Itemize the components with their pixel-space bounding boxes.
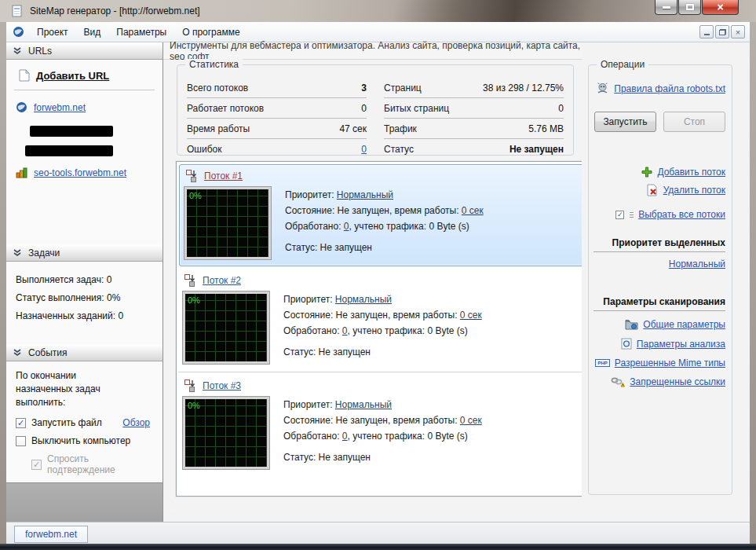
app-window: SiteMap генератор - [http://forwebm.net]… bbox=[0, 0, 756, 550]
general-params-row[interactable]: Общие параметры bbox=[593, 319, 725, 330]
start-button[interactable]: Запустить bbox=[594, 112, 656, 132]
add-thread-row[interactable]: Добавить поток bbox=[593, 167, 725, 178]
left-sidebar: URLs Добавить URL forwebm.net bbox=[6, 42, 163, 522]
worktime-link[interactable]: 0 сек bbox=[460, 310, 482, 321]
robots-rules-link[interactable]: Правила файла robots.txt bbox=[614, 83, 725, 94]
thread-item-3[interactable]: Поток #3 0% Приоритет: Нормальный Состоя… bbox=[177, 374, 586, 475]
processed-link[interactable]: 0 bbox=[342, 431, 348, 442]
thread-title-link[interactable]: Поток #2 bbox=[203, 275, 241, 286]
mdi-minimize-icon bbox=[704, 34, 710, 35]
remove-thread-link[interactable]: Удалить поток bbox=[663, 185, 725, 196]
stat-label: Время работы bbox=[187, 123, 250, 134]
mdi-restore-icon bbox=[719, 29, 726, 35]
chain-warning-icon bbox=[611, 376, 625, 387]
mdi-controls: × bbox=[699, 25, 745, 38]
errors-count-link[interactable]: 0 bbox=[361, 144, 367, 155]
menu-view[interactable]: Вид bbox=[76, 24, 109, 41]
select-all-checkbox-icon: ✓ bbox=[615, 211, 624, 219]
priority-label: Приоритет: bbox=[283, 294, 335, 305]
stat-label: Ошибок bbox=[187, 144, 221, 155]
priority-label: Приоритет: bbox=[283, 399, 335, 410]
analysis-params-link[interactable]: Параметры анализа bbox=[637, 339, 725, 350]
urls-body: Добавить URL forwebm.net seo-tools.forwe… bbox=[6, 60, 163, 183]
select-all-link[interactable]: Выбрать все потоки bbox=[638, 209, 725, 220]
add-url-link[interactable]: Добавить URL bbox=[36, 70, 109, 82]
banned-links-row[interactable]: Запрещенные ссылки bbox=[593, 376, 725, 387]
page-icon bbox=[19, 69, 30, 82]
section-label-urls: URLs bbox=[28, 46, 52, 57]
state-label: Состояние: Не запущен, время работы: bbox=[285, 205, 462, 216]
thread-status: Статус: Не запущен bbox=[285, 240, 484, 255]
statusbar-site-tab[interactable]: forwebm.net bbox=[14, 526, 88, 543]
close-button[interactable]: × bbox=[702, 0, 739, 15]
mime-types-row[interactable]: PHP Разрешенные Mime типы bbox=[593, 358, 725, 368]
banned-links-link[interactable]: Запрещенные ссылки bbox=[630, 376, 725, 387]
general-params-link[interactable]: Общие параметры bbox=[643, 319, 725, 330]
remove-thread-row[interactable]: Удалить поток bbox=[593, 184, 725, 196]
mdi-restore-button[interactable] bbox=[715, 25, 729, 38]
statistics-groupbox: Статистика Всего потоков 3 Работает пото… bbox=[177, 64, 574, 156]
run-file-label: Запустить файл bbox=[31, 417, 102, 428]
mdi-close-button[interactable]: × bbox=[731, 25, 745, 38]
statistics-legend: Статистика bbox=[185, 59, 243, 70]
stat-value: 5.76 MB bbox=[528, 123, 564, 134]
stat-label: Страниц bbox=[384, 82, 422, 94]
robots-rules-row[interactable]: Правила файла robots.txt bbox=[593, 82, 725, 94]
folder-settings-icon bbox=[625, 319, 638, 330]
site-link-forwebm[interactable]: forwebm.net bbox=[34, 102, 86, 113]
main-area: Инструменты для вебмастера и оптимизатор… bbox=[163, 42, 582, 522]
maximize-button[interactable] bbox=[678, 0, 701, 15]
delete-thread-icon bbox=[646, 184, 659, 196]
stat-value: Не запущен bbox=[509, 144, 564, 155]
stat-value: 0 bbox=[361, 103, 367, 114]
thread-separator bbox=[178, 372, 585, 372]
stat-label: Трафик bbox=[384, 123, 417, 134]
minimize-button[interactable] bbox=[655, 0, 677, 15]
site-link-seo-tools[interactable]: seo-tools.forwebm.net bbox=[34, 167, 126, 178]
run-file-row: ✓ Запустить файл Обзор bbox=[16, 417, 156, 428]
site-row[interactable]: forwebm.net bbox=[14, 101, 155, 113]
browse-link[interactable]: Обзор bbox=[122, 417, 150, 428]
section-header-urls[interactable]: URLs bbox=[6, 42, 163, 60]
stop-button[interactable]: Стоп bbox=[663, 112, 725, 132]
shutdown-label: Выключить компьютер bbox=[31, 435, 130, 446]
scan-settings-header: Параметры сканирования bbox=[593, 296, 725, 307]
menu-project[interactable]: Проект bbox=[29, 24, 76, 41]
mime-types-link[interactable]: Разрешенные Mime типы bbox=[615, 358, 725, 368]
traffic-label: , учтено трафика: 0 Byte (s) bbox=[348, 431, 468, 442]
thread-title-link[interactable]: Поток #3 bbox=[203, 380, 241, 391]
add-url-row[interactable]: Добавить URL bbox=[14, 68, 155, 90]
maximize-icon bbox=[686, 4, 694, 10]
stats-left-column: Всего потоков 3 Работает потоков 0 Время… bbox=[187, 78, 367, 160]
divider bbox=[593, 310, 725, 311]
list-lines-icon bbox=[630, 212, 634, 218]
menu-options[interactable]: Параметры bbox=[108, 24, 174, 41]
section-header-events[interactable]: События bbox=[6, 344, 163, 361]
thread-item-1[interactable]: Поток #1 0% Приоритет: Нормальный Состоя… bbox=[179, 164, 584, 266]
mdi-minimize-button[interactable] bbox=[699, 25, 714, 38]
priority-link[interactable]: Нормальный bbox=[335, 294, 392, 305]
window-controls: × bbox=[654, 0, 739, 15]
run-file-checkbox[interactable]: ✓ bbox=[16, 418, 26, 428]
priority-link[interactable]: Нормальный bbox=[337, 189, 393, 200]
select-all-row[interactable]: ✓ Выбрать все потоки bbox=[593, 209, 725, 220]
analysis-params-row[interactable]: Параметры анализа bbox=[593, 338, 725, 350]
priority-value-row[interactable]: Нормальный bbox=[593, 258, 725, 270]
thread-item-2[interactable]: Поток #2 0% Приоритет: Нормальный Состоя… bbox=[177, 269, 586, 370]
analysis-doc-icon bbox=[621, 338, 632, 350]
stat-row: Страниц 38 из 298 / 12.75% bbox=[384, 78, 564, 98]
worktime-link[interactable]: 0 сек bbox=[460, 415, 482, 426]
site-row[interactable]: seo-tools.forwebm.net bbox=[14, 167, 155, 178]
priority-value-link[interactable]: Нормальный bbox=[669, 258, 725, 270]
stat-value: 0 bbox=[558, 103, 564, 114]
menu-about[interactable]: О программе bbox=[174, 24, 247, 41]
processed-link[interactable]: 0 bbox=[342, 325, 348, 336]
priority-link[interactable]: Нормальный bbox=[335, 399, 392, 410]
add-thread-link[interactable]: Добавить поток bbox=[657, 167, 725, 178]
thread-title-link[interactable]: Поток #1 bbox=[204, 170, 243, 182]
section-header-tasks[interactable]: Задачи bbox=[6, 244, 163, 262]
worktime-link[interactable]: 0 сек bbox=[462, 205, 484, 216]
shutdown-checkbox[interactable] bbox=[16, 436, 26, 446]
processed-link[interactable]: 0 bbox=[344, 221, 349, 232]
section-label-events: События bbox=[28, 347, 68, 358]
